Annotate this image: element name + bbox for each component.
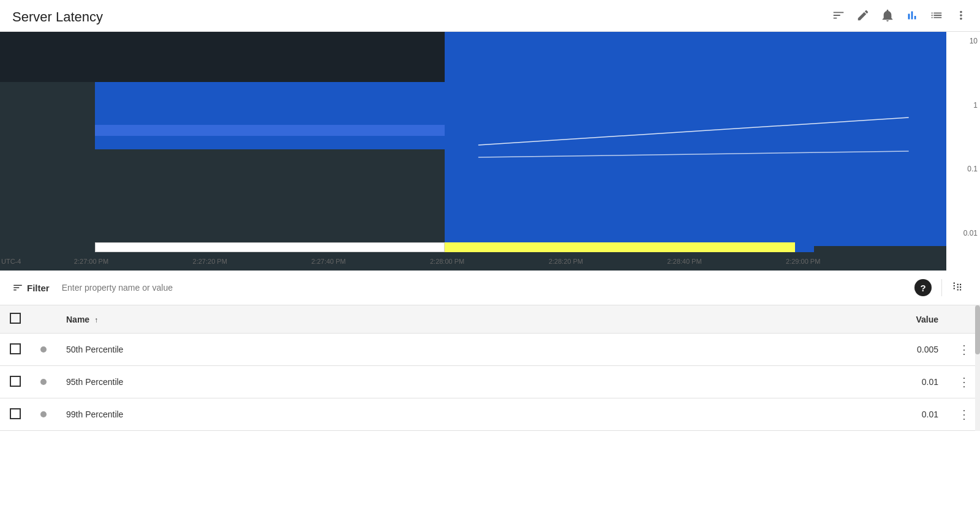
row-name-cell: 50th Percentile [56,334,633,366]
row-name-cell: 95th Percentile [56,366,633,398]
x-label-6: 2:29:00 PM [786,258,820,265]
timeline-yellow [445,242,795,252]
y-label-01: 0.1 [949,165,978,173]
filter-input[interactable] [57,280,907,295]
edit-icon[interactable] [856,9,870,25]
header-actions [832,9,968,25]
name-col-label: Name [66,315,89,324]
add-alert-icon[interactable] [881,9,894,25]
help-button[interactable]: ? [914,279,932,296]
sort-icon: ↑ [94,316,98,324]
x-label-3: 2:28:00 PM [430,258,464,265]
page-title: Server Latency [12,9,103,25]
row-dot-cell [31,366,56,398]
row-checkbox-cell[interactable] [0,366,31,398]
x-label-5: 2:28:40 PM [667,258,701,265]
row-name-cell: 99th Percentile [56,398,633,431]
row-checkbox[interactable] [10,343,21,354]
chart-inner: UTC-4 2:27:00 PM 2:27:20 PM 2:27:40 PM 2… [0,32,946,271]
row-value-cell: 0.005 [633,334,948,366]
x-label-1: 2:27:20 PM [193,258,227,265]
y-label-1: 1 [949,101,978,110]
x-label-2: 2:27:40 PM [311,258,345,265]
filter-icon [12,282,23,293]
legend-icon[interactable] [930,9,943,25]
dot-col-header [31,305,56,334]
table-body: 50th Percentile 0.005 ⋮ 95th Percentile … [0,334,980,431]
filter-actions: ? [914,278,968,297]
x-axis: UTC-4 2:27:00 PM 2:27:20 PM 2:27:40 PM 2… [0,252,913,271]
table-row: 50th Percentile 0.005 ⋮ [0,334,980,366]
row-checkbox-cell[interactable] [0,334,31,366]
table-header-row: Name ↑ Value [0,305,980,334]
y-label-001: 0.01 [949,229,978,237]
scrollbar-track[interactable] [975,305,980,431]
scrollbar-thumb[interactable] [975,305,980,354]
chart-lines-svg [0,32,946,271]
timeline-blue-end [795,242,814,252]
row-dot-cell [31,398,56,431]
row-checkbox-cell[interactable] [0,398,31,431]
row-checkbox[interactable] [10,376,21,387]
name-col-header[interactable]: Name ↑ [56,305,633,334]
timeline-white [95,242,445,252]
value-col-header: Value [633,305,948,334]
page-header: Server Latency [0,0,980,32]
y-axis: 10 1 0.1 0.01 [946,32,980,271]
row-checkbox[interactable] [10,408,21,419]
row-dot-cell [31,334,56,366]
data-table: Name ↑ Value 50th Percentile 0.005 ⋮ [0,305,980,431]
column-toggle-button[interactable] [952,278,968,297]
filter-toggle[interactable]: Filter [12,282,50,293]
select-all-checkbox[interactable] [10,313,21,324]
select-all-cell[interactable] [0,305,31,334]
filter-bar: Filter ? [0,271,980,305]
more-vert-icon[interactable] [954,9,968,25]
row-dot [40,346,47,353]
row-dot [40,379,47,385]
row-value-cell: 0.01 [633,398,948,431]
chart-container: UTC-4 2:27:00 PM 2:27:20 PM 2:27:40 PM 2… [0,32,980,271]
y-label-10: 10 [949,37,978,45]
row-dot [40,411,47,417]
filter-label: Filter [27,283,50,293]
chart-icon[interactable] [905,9,919,25]
filter-divider [941,279,942,296]
filter-list-icon[interactable] [832,9,845,25]
x-label-0: 2:27:00 PM [74,258,108,265]
metrics-table: Name ↑ Value 50th Percentile 0.005 ⋮ [0,305,980,431]
table-row: 99th Percentile 0.01 ⋮ [0,398,980,431]
table-row: 95th Percentile 0.01 ⋮ [0,366,980,398]
x-axis-timezone: UTC-4 [1,258,21,265]
x-label-4: 2:28:20 PM [549,258,583,265]
row-value-cell: 0.01 [633,366,948,398]
